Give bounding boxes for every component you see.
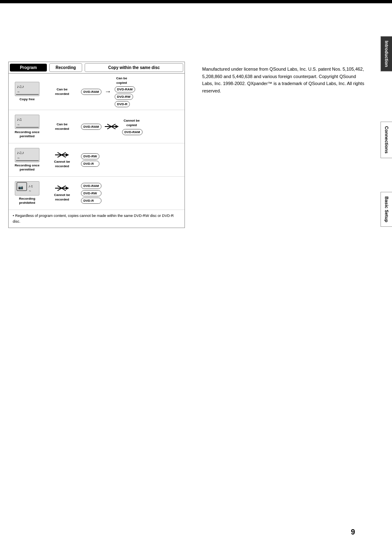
copy-result-1: Can becopied [116, 76, 127, 85]
sidebar-tab-basic-setup[interactable]: Basic Setup [380, 192, 392, 227]
svg-text:～: ～ [17, 123, 20, 127]
cell-recording-3: Cannot berecorded [46, 143, 78, 176]
table-row: ♪♫♪ ～ Recording oncepermitted [9, 143, 184, 177]
svg-marker-14 [66, 153, 69, 157]
cell-program-2: ♪♫ ～ Recording oncepermitted [9, 110, 46, 143]
program-icon-3: ♪♫♪ ～ [15, 148, 39, 162]
basic-setup-label: Basic Setup [384, 196, 389, 222]
sidebar-tab-connections[interactable]: Connections [380, 122, 392, 158]
introduction-label: Introduction [384, 41, 389, 67]
recording-status-3: Cannot berecorded [54, 159, 70, 168]
program-label-4: Recordingprohibited [19, 197, 35, 205]
table-header: Program Recording Copy within the same d… [9, 62, 184, 74]
dvd-badge-r-dst: DVD-R [115, 101, 130, 107]
right-sidebar: Introduction Connections Basic Setup [380, 3, 392, 553]
program-label-3: Recording oncepermitted [15, 164, 39, 172]
info-text: Manufactured under license from QSound L… [202, 66, 367, 94]
dvd-badge-ram-dst: DVD-RAM [115, 86, 135, 92]
header-copy: Copy within the same disc [85, 63, 183, 72]
cell-recording-4: Cannot berecorded [46, 177, 78, 210]
program-icon-1: ♪♫♪ ～ [15, 82, 39, 96]
svg-text:～: ～ [17, 90, 20, 94]
cell-recording-1: Can berecorded [46, 75, 78, 108]
cell-program-3: ♪♫♪ ～ Recording oncepermitted [9, 143, 46, 176]
cell-program-4: 📷 ♪♫ ～ Recordingprohibited [9, 177, 46, 210]
cell-copy-2: DVD-RAM Cannot becopied DVD-RAM [78, 110, 184, 143]
dvd-badge-ram-4: DVD-RAM [81, 183, 101, 189]
copy-area-1: DVD-RAM → Can becopied DVD-RAM DVD-RW DV… [81, 76, 135, 107]
header-recording: Recording [49, 63, 82, 72]
cell-copy-1: DVD-RAM → Can becopied DVD-RAM DVD-RW DV… [78, 74, 184, 110]
svg-marker-7 [115, 125, 119, 128]
content-table: Program Recording Copy within the same d… [8, 62, 185, 228]
copy-row-2a: DVD-RAM Cannot becopied DVD-RAM [81, 118, 143, 135]
header-program: Program [10, 64, 47, 71]
svg-text:♪♫: ♪♫ [28, 184, 33, 188]
dvd-badge-rw-4: DVD-RW [81, 190, 101, 196]
dvd-badge-ram-dst2: DVD-RAM [122, 129, 143, 135]
top-bar [0, 0, 392, 3]
sidebar-tab-introduction[interactable]: Introduction [380, 36, 392, 71]
cell-program-1: ♪♫♪ ～ Copy free [9, 75, 46, 108]
program-label-1: Copy free [20, 97, 35, 101]
svg-text:♪♫♪: ♪♫♪ [17, 150, 24, 155]
copy-row-1a: DVD-RAM → Can becopied DVD-RAM DVD-RW DV… [81, 76, 135, 107]
recording-status-2: Can berecorded [55, 122, 69, 131]
svg-text:♪♫: ♪♫ [17, 117, 22, 122]
dvd-badge-ram-src2: DVD-RAM [81, 124, 101, 130]
svg-text:♪♫♪: ♪♫♪ [17, 84, 24, 89]
table-row: ♪♫♪ ～ Copy free Can berecorded DVD-RAM [9, 74, 184, 110]
program-icon-2: ♪♫ ～ [15, 115, 39, 129]
svg-marker-22 [66, 187, 69, 190]
svg-text:～: ～ [28, 189, 32, 193]
info-box: Manufactured under license from QSound L… [197, 62, 371, 99]
dvd-badge-r-only: DVD-R [81, 161, 99, 167]
dvd-badge-rw-only: DVD-RW [81, 153, 99, 159]
copy-result-2: Cannot becopied [124, 118, 140, 127]
dvd-badge-ram-src: DVD-RAM [81, 89, 101, 95]
page-number: 9 [351, 528, 355, 537]
svg-text:～: ～ [17, 156, 20, 160]
table-row: ♪♫ ～ Recording oncepermitted Can berecor… [9, 110, 184, 143]
dvd-badge-rw-dst: DVD-RW [115, 94, 133, 100]
connections-label: Connections [384, 126, 389, 154]
main-content: Program Recording Copy within the same d… [8, 12, 376, 545]
recording-status-4: Cannot berecorded [54, 193, 70, 202]
cell-recording-2: Can berecorded [46, 110, 78, 143]
copy-area-2: DVD-RAM Cannot becopied DVD-RAM [81, 118, 143, 135]
svg-text:📷: 📷 [18, 184, 23, 190]
cell-copy-3: DVD-RW DVD-R [78, 143, 184, 176]
program-icon-4: 📷 ♪♫ ～ [15, 181, 39, 196]
table-row: 📷 ♪♫ ～ Recordingprohibited [9, 177, 184, 210]
recording-status-1: Can berecorded [55, 87, 69, 96]
program-label-2: Recording oncepermitted [15, 130, 39, 139]
dvd-badge-r-4: DVD-R [81, 198, 101, 204]
table-note: • Regardless of program content, copies … [9, 210, 184, 228]
cell-copy-4: DVD-RAM DVD-RW DVD-R [78, 177, 184, 210]
